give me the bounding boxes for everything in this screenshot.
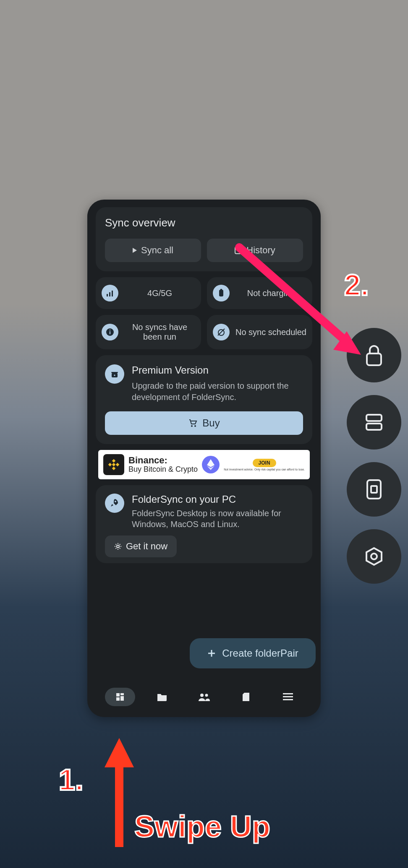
ad-logo-icon	[103, 454, 124, 475]
svg-point-48	[371, 554, 377, 559]
network-status-text: 4G/5G	[124, 288, 195, 298]
recents-settings-button[interactable]	[347, 529, 401, 584]
syncs-status-text: No syncs have been run	[124, 322, 195, 342]
svg-rect-4	[220, 289, 222, 290]
svg-line-30	[120, 544, 120, 545]
svg-marker-49	[105, 738, 134, 847]
menu-icon	[283, 693, 293, 701]
info-icon	[102, 324, 118, 340]
svg-rect-1	[109, 292, 110, 296]
nav-dashboard[interactable]	[105, 688, 135, 706]
svg-rect-7	[110, 330, 110, 330]
buy-button[interactable]: Buy	[105, 411, 303, 435]
cart-icon	[188, 418, 197, 428]
svg-marker-19	[207, 459, 214, 467]
ad-cta[interactable]: JOIN	[253, 459, 276, 467]
svg-rect-42	[367, 353, 381, 365]
pc-title: FolderSync on your PC	[132, 494, 303, 505]
plus-icon	[207, 649, 216, 658]
ad-text: Binance: Buy Bitcoin & Crypto	[128, 455, 198, 474]
ethereum-icon	[202, 456, 220, 473]
annotation-arrow-up-icon	[102, 738, 136, 847]
signal-icon	[102, 285, 118, 301]
sync-overview-title: Sync overview	[105, 216, 303, 229]
folder-icon	[157, 692, 167, 702]
sync-all-button[interactable]: Sync all	[105, 239, 201, 262]
svg-marker-47	[366, 548, 382, 565]
screenshot-icon	[365, 478, 383, 500]
svg-rect-45	[367, 480, 381, 499]
svg-point-21	[115, 501, 116, 502]
annotation-step-1: 1.	[59, 763, 83, 797]
svg-rect-32	[120, 693, 124, 695]
recents-split-button[interactable]	[347, 395, 401, 450]
nav-accounts[interactable]	[189, 688, 219, 706]
svg-rect-14	[112, 459, 115, 463]
alarm-off-icon	[213, 324, 230, 340]
ad-fineprint: Not investment advice. Only risk capital…	[224, 468, 305, 471]
sync-all-label: Sync all	[141, 245, 173, 256]
fab-label: Create folderPair	[222, 647, 298, 659]
svg-line-28	[120, 548, 120, 549]
people-icon	[198, 693, 210, 701]
svg-rect-38	[283, 696, 293, 697]
battery-icon	[213, 285, 230, 301]
get-it-now-label: Get it now	[126, 541, 167, 552]
svg-rect-39	[283, 699, 293, 700]
recents-screenshot-button[interactable]	[347, 462, 401, 517]
ad-line: Buy Bitcoin & Crypto	[128, 465, 198, 473]
svg-line-29	[116, 548, 117, 549]
split-screen-icon	[364, 412, 384, 432]
svg-line-27	[116, 544, 117, 545]
store-icon	[105, 364, 124, 384]
pc-body: FolderSync Desktop is now available for …	[132, 508, 303, 530]
lock-icon	[364, 343, 384, 367]
svg-rect-46	[371, 486, 377, 493]
svg-rect-31	[116, 693, 120, 696]
svg-rect-16	[108, 463, 112, 466]
svg-rect-15	[112, 467, 115, 470]
svg-rect-3	[219, 290, 223, 296]
svg-point-35	[200, 694, 204, 697]
nav-storage[interactable]	[231, 688, 261, 706]
svg-rect-17	[116, 463, 119, 466]
svg-point-13	[194, 425, 196, 427]
get-it-now-button[interactable]: Get it now	[105, 535, 177, 557]
svg-rect-33	[120, 696, 124, 701]
gear-icon	[114, 543, 122, 550]
premium-body: Upgrade to the paid version to support t…	[132, 380, 303, 403]
ad-brand: Binance:	[128, 455, 167, 465]
svg-rect-0	[107, 294, 108, 296]
svg-rect-37	[283, 693, 293, 694]
svg-point-36	[205, 694, 208, 697]
settings-hex-icon	[364, 546, 384, 567]
ad-banner[interactable]: Binance: Buy Bitcoin & Crypto JOIN Not i…	[98, 450, 310, 479]
svg-point-12	[191, 425, 193, 427]
sdcard-icon	[242, 692, 250, 702]
bottom-nav	[96, 680, 312, 717]
svg-rect-34	[116, 697, 120, 701]
annotation-arrow-diagonal-icon	[235, 243, 365, 369]
annotation-swipe-up-label: Swipe Up	[134, 809, 270, 844]
dashboard-icon	[115, 692, 125, 702]
create-folderpair-fab[interactable]: Create folderPair	[190, 638, 316, 668]
svg-rect-43	[366, 415, 382, 421]
rocket-icon	[105, 494, 124, 513]
svg-rect-2	[112, 291, 113, 296]
pc-panel: FolderSync on your PC FolderSync Desktop…	[96, 485, 312, 563]
nav-folders[interactable]	[147, 688, 177, 706]
buy-label: Buy	[202, 417, 220, 429]
nav-menu[interactable]	[273, 688, 303, 706]
network-status-tile[interactable]: 4G/5G	[96, 277, 201, 309]
svg-line-50	[239, 247, 344, 340]
svg-rect-6	[110, 331, 110, 334]
syncs-status-tile[interactable]: No syncs have been run	[96, 315, 201, 349]
play-icon	[133, 248, 137, 253]
svg-rect-18	[112, 463, 115, 466]
svg-point-22	[117, 545, 119, 548]
svg-rect-44	[366, 424, 382, 430]
